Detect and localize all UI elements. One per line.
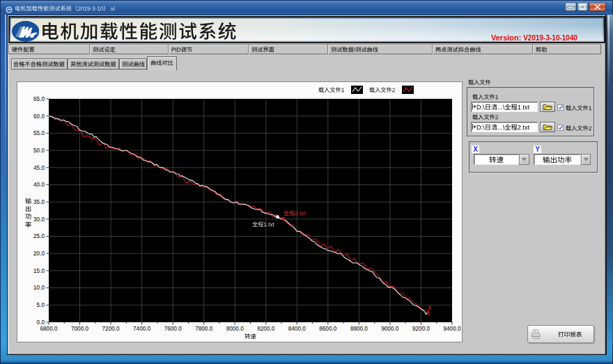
svg-text:7000.0: 7000.0 xyxy=(71,326,88,332)
svg-text:7200.0: 7200.0 xyxy=(102,326,120,332)
svg-text:6800.0: 6800.0 xyxy=(40,326,57,332)
svg-text:8400.0: 8400.0 xyxy=(288,326,306,332)
svg-text:5.0: 5.0 xyxy=(37,302,45,308)
svg-text:55.0: 55.0 xyxy=(33,130,45,136)
svg-text:40.0: 40.0 xyxy=(33,182,45,188)
svg-text:0.0: 0.0 xyxy=(37,319,45,326)
svg-text:8800.0: 8800.0 xyxy=(350,326,368,332)
svg-text:8200.0: 8200.0 xyxy=(257,326,274,332)
svg-text:8600.0: 8600.0 xyxy=(319,326,336,332)
svg-text:65.0: 65.0 xyxy=(33,96,45,102)
svg-text:25.0: 25.0 xyxy=(33,233,45,239)
svg-text:35.0: 35.0 xyxy=(33,199,45,205)
svg-text:9200.0: 9200.0 xyxy=(412,326,430,332)
svg-text:30.0: 30.0 xyxy=(33,216,45,223)
svg-text:7800.0: 7800.0 xyxy=(195,326,212,332)
svg-text:10.0: 10.0 xyxy=(33,285,45,291)
svg-text:45.0: 45.0 xyxy=(33,165,45,171)
svg-text:15.0: 15.0 xyxy=(33,268,45,274)
svg-text:20.0: 20.0 xyxy=(33,251,45,257)
svg-text:9400.0: 9400.0 xyxy=(443,326,460,332)
svg-text:7600.0: 7600.0 xyxy=(164,326,182,332)
svg-text:7400.0: 7400.0 xyxy=(133,326,150,332)
svg-text:60.0: 60.0 xyxy=(33,113,45,120)
svg-text:9000.0: 9000.0 xyxy=(381,326,398,332)
svg-text:50.0: 50.0 xyxy=(33,148,45,154)
svg-text:8000.0: 8000.0 xyxy=(226,326,244,332)
